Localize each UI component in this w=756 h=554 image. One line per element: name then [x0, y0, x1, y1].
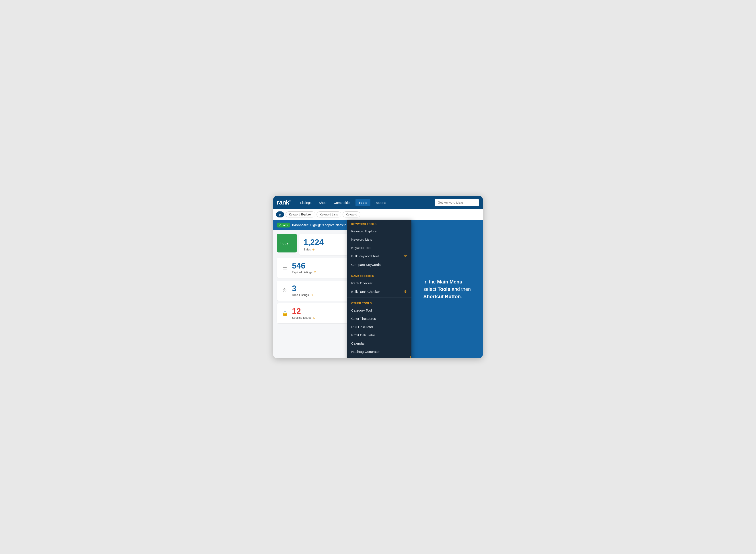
draft-help-icon[interactable]: ⊙	[310, 293, 313, 297]
sales-help-icon[interactable]: ⊙	[312, 248, 315, 251]
navbar: rank® Listings Shop Competition Tools Re…	[273, 196, 483, 209]
sales-label: Sales ⊙	[304, 248, 324, 251]
draft-listings-number: 3	[292, 285, 313, 293]
other-tools-header: OTHER TOOLS	[347, 299, 412, 306]
nav-shop[interactable]: Shop	[316, 199, 330, 206]
spell-icon: 🔒	[281, 311, 289, 316]
intro-description: Highlights opportunities to	[310, 223, 346, 227]
tools-dropdown: KEYWORD TOOLS Keyword Explorer Keyword L…	[347, 220, 412, 358]
app-window: rank® Listings Shop Competition Tools Re…	[273, 196, 483, 358]
app-logo[interactable]: rank®	[277, 199, 291, 206]
nav-tools[interactable]: Tools	[356, 199, 370, 206]
rank-checker-header: RANK CHECKER	[347, 272, 412, 279]
dropdown-calendar[interactable]: Calendar	[347, 339, 412, 347]
spelling-issues-number: 12	[292, 307, 315, 315]
dashboard-label: Dashboard:	[292, 223, 309, 227]
tab-p[interactable]: p	[276, 211, 284, 217]
intro-tag-label: Intro	[282, 224, 288, 226]
dropdown-compare-keywords[interactable]: Compare Keywords	[347, 261, 412, 269]
expired-listings-label: Expired Listings ⊙	[292, 271, 316, 274]
spelling-issues-label: Spelling Issues ⊙	[292, 316, 315, 319]
tab-keyword[interactable]: Keyword	[342, 211, 361, 217]
tabs-row: p Keyword Explorer Keyword Lists Keyword	[273, 209, 483, 220]
search-bar[interactable]: Get keyword ideas	[435, 199, 479, 206]
crown-icon-bulk-keyword: ♛	[404, 254, 407, 258]
dropdown-profit-calculator[interactable]: Profit Calculator	[347, 331, 412, 339]
nav-competition[interactable]: Competition	[330, 199, 355, 206]
main-menu-bold: Main Menu	[437, 279, 462, 285]
instruction-text-1: In the	[424, 279, 437, 285]
dropdown-bulk-rank-checker[interactable]: Bulk Rank Checker ♛	[347, 287, 412, 296]
spelling-help-icon[interactable]: ⊙	[313, 316, 315, 319]
main-content: ✓ Intro Dashboard: Highlights opportunit…	[273, 220, 483, 358]
dropdown-keyword-explorer[interactable]: Keyword Explorer	[347, 227, 412, 235]
nav-listings[interactable]: Listings	[297, 199, 315, 206]
dropdown-color-thesaurus[interactable]: Color Thesaurus	[347, 315, 412, 323]
dropdown-category-tool[interactable]: Category Tool	[347, 306, 412, 315]
sales-number: 1,224	[304, 238, 324, 247]
draft-listings-label: Draft Listings ⊙	[292, 293, 313, 297]
dropdown-rank-checker[interactable]: Rank Checker	[347, 279, 412, 287]
instruction-text-3: and then	[450, 286, 471, 292]
dropdown-keyword-tool[interactable]: Keyword Tool	[347, 243, 412, 252]
dropdown-shortcut-button[interactable]: Shortcut Button	[348, 356, 411, 358]
right-panel: In the Main Menu,select Tools and thenSh…	[412, 220, 483, 358]
dropdown-keyword-lists[interactable]: Keyword Lists	[347, 235, 412, 243]
keyword-tools-header: KEYWORD TOOLS	[347, 220, 412, 227]
divider-1	[347, 270, 412, 270]
crown-icon-bulk-rank: ♛	[404, 289, 407, 294]
nav-reports[interactable]: Reports	[371, 199, 389, 206]
list-icon: ☰	[281, 265, 289, 271]
dropdown-bulk-keyword-tool[interactable]: Bulk Keyword Tool ♛	[347, 252, 412, 261]
shops-label: hops	[280, 241, 289, 245]
logo-trademark: ®	[289, 200, 291, 203]
clock-icon: ⏱	[281, 288, 289, 293]
nav-links: Listings Shop Competition Tools Reports	[297, 199, 435, 206]
dropdown-roi-calculator[interactable]: ROI Calculator	[347, 323, 412, 331]
tab-keyword-lists[interactable]: Keyword Lists	[316, 211, 341, 217]
tab-keyword-explorer[interactable]: Keyword Explorer	[286, 211, 315, 217]
shortcut-button-bold: Shortcut Button	[424, 294, 461, 299]
dropdown-hashtag-generator[interactable]: Hashtag Generator	[347, 347, 412, 356]
instruction-text-4: .	[461, 294, 462, 299]
expired-help-icon[interactable]: ⊙	[314, 271, 316, 274]
instruction-text: In the Main Menu,select Tools and thenSh…	[424, 278, 471, 300]
left-panel: ✓ Intro Dashboard: Highlights opportunit…	[273, 220, 412, 358]
intro-tag: ✓ Intro	[277, 223, 290, 227]
expired-listings-number: 546	[292, 262, 316, 270]
shops-card: hops	[277, 234, 297, 253]
tools-bold: Tools	[438, 286, 450, 292]
